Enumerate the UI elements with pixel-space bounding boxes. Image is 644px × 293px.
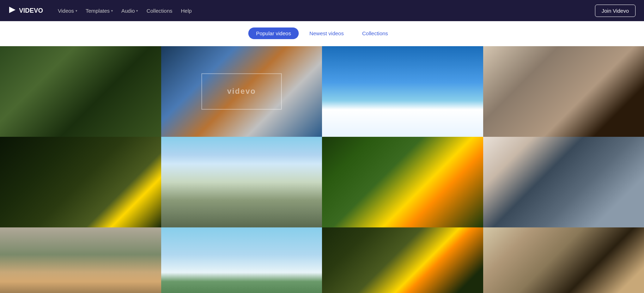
video-cell-industry[interactable]: videvo [161,46,322,137]
video-cell-lion[interactable] [0,227,161,293]
chevron-down-icon: ▾ [111,9,113,13]
video-cell-leaves[interactable] [322,137,483,227]
video-cell-city[interactable] [161,137,322,227]
video-cell-sky[interactable] [322,46,483,137]
nav-videos[interactable]: Videos ▾ [54,6,81,16]
logo-icon [8,6,16,16]
chevron-down-icon: ▾ [75,9,77,13]
chevron-down-icon: ▾ [136,9,138,13]
nav-audio[interactable]: Audio ▾ [118,6,141,16]
nav-help[interactable]: Help [177,6,195,16]
nav-items: Videos ▾ Templates ▾ Audio ▾ Collections… [54,6,195,16]
video-grid: videvo [0,46,644,293]
nav-templates[interactable]: Templates ▾ [82,6,116,16]
video-cell-coast[interactable] [161,227,322,293]
video-cell-office2[interactable] [483,137,644,227]
watermark-border [201,73,282,110]
tab-collections[interactable]: Collections [354,28,396,39]
watermark-text: videvo [227,87,256,96]
tab-popular-videos[interactable]: Popular videos [248,28,299,39]
tab-newest-videos[interactable]: Newest videos [302,28,352,39]
logo[interactable]: VIDEVO [8,6,43,16]
video-cell-sunforest[interactable] [322,227,483,293]
brand-name: VIDEVO [19,7,43,14]
nav-collections[interactable]: Collections [143,6,176,16]
video-cell-forest[interactable] [0,137,161,227]
video-cell-office1[interactable] [483,46,644,137]
video-cell-rain[interactable] [0,46,161,137]
svg-marker-0 [9,7,16,13]
tabs-bar: Popular videos Newest videos Collections [0,21,644,46]
join-button[interactable]: Join Videvo [595,5,636,17]
video-cell-office3[interactable] [483,227,644,293]
main-nav: VIDEVO Videos ▾ Templates ▾ Audio ▾ Coll… [0,0,644,21]
